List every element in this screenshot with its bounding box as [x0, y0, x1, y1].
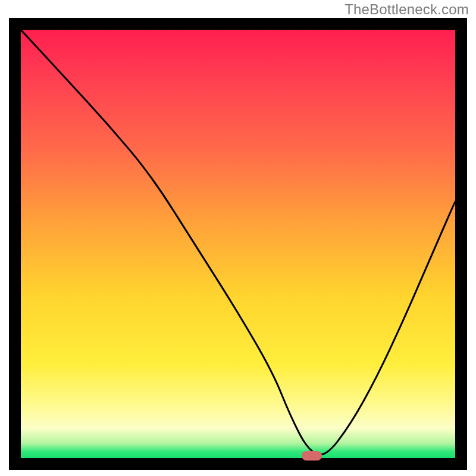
chart-container: TheBottleneck.com	[0, 0, 476, 476]
plot-area	[21, 30, 455, 458]
bottleneck-curve	[21, 30, 455, 455]
watermark-label: TheBottleneck.com	[345, 1, 469, 18]
curve-svg	[21, 30, 455, 458]
optimal-marker	[302, 451, 322, 461]
chart-frame	[9, 18, 467, 470]
